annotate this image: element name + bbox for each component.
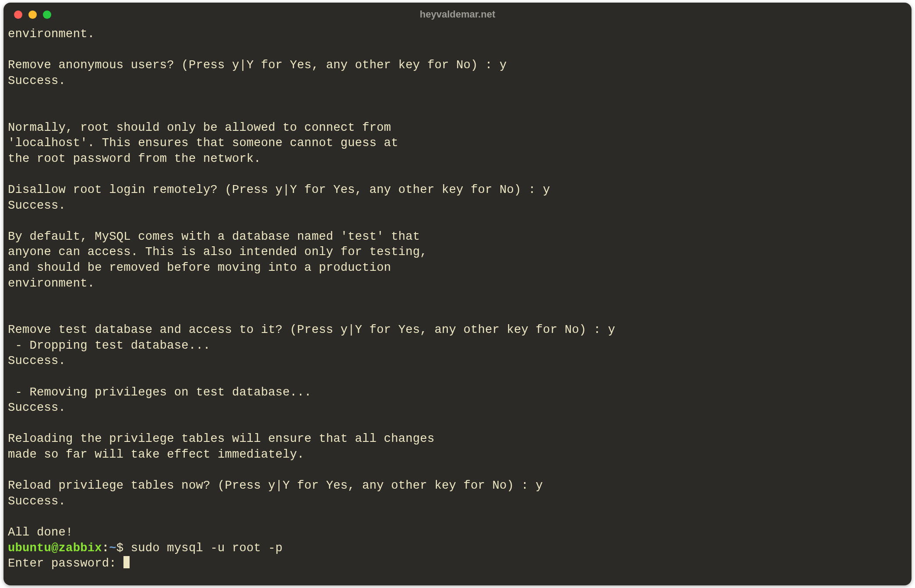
maximize-icon[interactable] xyxy=(43,10,51,19)
terminal-line: Success. xyxy=(8,401,66,414)
window-title: heyvaldemar.net xyxy=(4,9,911,20)
command-input[interactable]: sudo mysql -u root -p xyxy=(123,541,282,555)
terminal-line: Success. xyxy=(8,199,66,212)
prompt-path: ~ xyxy=(109,541,116,555)
terminal-line: Remove anonymous users? (Press y|Y for Y… xyxy=(8,58,507,72)
terminal-line: Reload privilege tables now? (Press y|Y … xyxy=(8,479,543,492)
terminal-line: anyone can access. This is also intended… xyxy=(8,245,427,259)
prompt-dollar: $ xyxy=(116,541,124,555)
minimize-icon[interactable] xyxy=(28,10,37,19)
terminal-line: All done! xyxy=(8,525,73,539)
terminal-line: Remove test database and access to it? (… xyxy=(8,323,615,336)
terminal-line: - Removing privileges on test database..… xyxy=(8,385,312,399)
terminal-line: environment. xyxy=(8,276,95,290)
password-prompt: Enter password: xyxy=(8,556,123,570)
terminal-line: Success. xyxy=(8,494,66,508)
terminal-line: and should be removed before moving into… xyxy=(8,261,391,274)
traffic-lights xyxy=(14,10,51,19)
terminal-line: environment. xyxy=(8,27,95,41)
titlebar: heyvaldemar.net xyxy=(4,3,911,26)
prompt-user: ubuntu xyxy=(8,541,51,555)
terminal-line: Normally, root should only be allowed to… xyxy=(8,121,391,134)
terminal-line: the root password from the network. xyxy=(8,152,261,165)
prompt-colon: : xyxy=(102,541,109,555)
terminal-output[interactable]: environment. Remove anonymous users? (Pr… xyxy=(4,26,911,574)
close-icon[interactable] xyxy=(14,10,22,19)
terminal-line: - Dropping test database... xyxy=(8,339,210,352)
terminal-line: By default, MySQL comes with a database … xyxy=(8,230,420,243)
terminal-line: Disallow root login remotely? (Press y|Y… xyxy=(8,183,550,196)
cursor-icon xyxy=(123,556,130,568)
terminal-line: 'localhost'. This ensures that someone c… xyxy=(8,136,398,150)
prompt-host: zabbix xyxy=(59,541,102,555)
terminal-line: Success. xyxy=(8,354,66,368)
terminal-line: made so far will take effect immediately… xyxy=(8,448,304,461)
terminal-line: Reloading the privilege tables will ensu… xyxy=(8,432,434,445)
terminal-line: Success. xyxy=(8,74,66,88)
prompt-at: @ xyxy=(51,541,59,555)
terminal-window: heyvaldemar.net environment. Remove anon… xyxy=(4,3,911,585)
